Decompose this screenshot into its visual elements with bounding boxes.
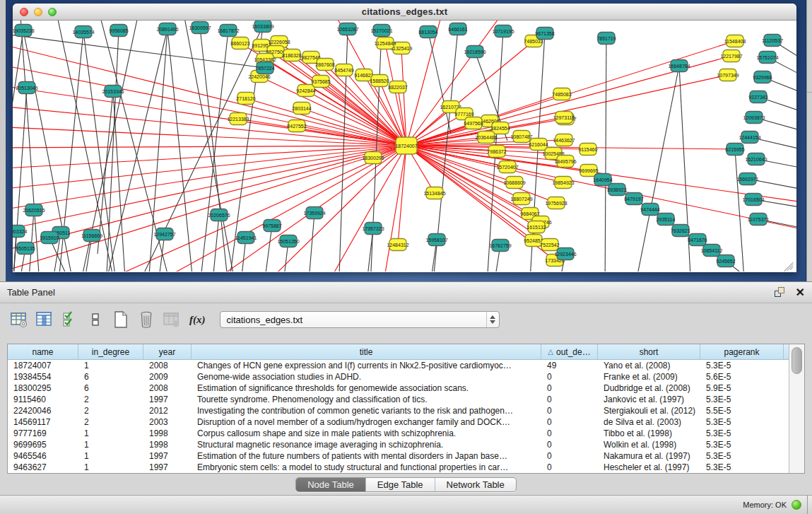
table-cell[interactable]: 1 (78, 450, 143, 462)
graph-node[interactable]: 19854923 (552, 177, 574, 189)
table-cell[interactable]: 18724007 (8, 360, 78, 371)
graph-node[interactable]: 11451941 (235, 232, 257, 244)
graph-node[interactable]: 18300295 (362, 152, 384, 164)
column-header-out_de[interactable]: △out_de… (541, 344, 598, 359)
graph-node[interactable]: 10653287 (336, 23, 358, 35)
graph-node[interactable]: 1588520 (370, 75, 389, 87)
table-cell[interactable]: 19384554 (8, 371, 78, 382)
table-cell[interactable]: 1 (78, 462, 143, 473)
table-cell[interactable]: 0 (541, 462, 598, 473)
graph-node[interactable]: 15751074 (756, 52, 778, 64)
table-row[interactable]: 1938455462009Genome-wide association stu… (8, 371, 789, 382)
graph-node[interactable]: 15270021 (370, 25, 392, 37)
table-cell[interactable]: 18300295 (8, 382, 78, 394)
tab-node-table[interactable]: Node Table (296, 478, 366, 491)
table-cell[interactable]: 1 (78, 428, 143, 439)
table-cell[interactable]: 5.3E-5 (700, 360, 784, 371)
function-builder-button[interactable]: f(x) (189, 314, 206, 326)
column-header-pagerank[interactable]: pagerank (700, 344, 784, 359)
graph-node[interactable]: 16817872 (217, 25, 239, 37)
memory-status-indicator[interactable] (792, 500, 801, 510)
graph-node[interactable]: 12942757 (153, 228, 175, 240)
table-cell[interactable]: 9463627 (8, 462, 78, 473)
table-cell[interactable]: Changes of HCN gene expression and I(f) … (192, 360, 541, 371)
table-cell[interactable]: 5.5E-5 (700, 405, 784, 416)
graph-node[interactable]: 12213383 (227, 113, 249, 125)
graph-node[interactable]: 7522542 (540, 239, 559, 251)
table-cell[interactable]: 0 (541, 382, 598, 394)
table-cell[interactable]: 5.3E-5 (700, 416, 784, 428)
table-cell[interactable]: Structural magnetic resonance image aver… (192, 439, 541, 450)
table-cell[interactable]: 1997 (143, 394, 192, 405)
table-cell[interactable]: Yano et al. (2008) (598, 360, 700, 371)
graph-node[interactable]: 7986372 (487, 146, 506, 158)
graph-node[interactable]: 10688609 (503, 177, 525, 189)
table-mode-button[interactable] (8, 309, 30, 330)
graph-node[interactable]: 10807487 (510, 131, 532, 143)
graph-node[interactable]: 7857224 (255, 62, 274, 74)
graph-node[interactable]: 1615132 (526, 221, 546, 233)
graph-node[interactable]: 20891406 (156, 23, 178, 35)
graph-node[interactable]: 15958107 (425, 234, 447, 246)
table-cell[interactable]: Nakamura et al. (1997) (598, 450, 700, 462)
table-row[interactable]: 946362711997Embryonic stem cells: a mode… (8, 462, 789, 473)
graph-node[interactable]: 12973115 (553, 112, 575, 124)
network-graph[interactable]: 1872400718300295886012389129541222605898… (13, 21, 796, 271)
graph-node[interactable]: 8427552 (287, 120, 306, 132)
table-cell[interactable]: 2003 (143, 416, 192, 428)
table-cell[interactable]: 0 (541, 394, 598, 405)
table-cell[interactable]: 22420046 (8, 405, 78, 416)
table-row[interactable]: 946554611997Estimation of the future num… (8, 450, 789, 462)
column-header-short[interactable]: short (598, 344, 700, 359)
graph-node[interactable]: 14463627 (553, 134, 575, 146)
graph-node[interactable]: 20153346 (102, 86, 124, 98)
graph-node[interactable]: 3915910 (40, 232, 59, 244)
graph-node[interactable]: 12444154 (739, 132, 760, 144)
table-selector-dropdown[interactable]: citations_edges.txt (220, 311, 500, 328)
graph-node[interactable]: 12093873 (743, 112, 765, 124)
graph-node[interactable]: 9975887 (262, 220, 281, 232)
graph-node[interactable]: 19756928 (545, 197, 567, 209)
graph-node[interactable]: 20513046 (16, 82, 37, 94)
graph-node[interactable]: 16648784 (668, 60, 690, 72)
graph-node[interactable]: 10797349 (717, 69, 739, 81)
graph-node[interactable]: 8186328 (282, 49, 301, 62)
graph-node[interactable]: 10654112 (701, 245, 723, 257)
table-cell[interactable]: Genome-wide association studies in ADHD. (192, 371, 541, 382)
graph-node[interactable]: 18724007 (395, 137, 417, 154)
table-cell[interactable]: Jankovic et al. (1997) (598, 394, 700, 405)
table-cell[interactable]: 1 (78, 439, 143, 450)
graph-node[interactable]: 20620515 (23, 204, 45, 216)
scrollbar-thumb[interactable] (792, 347, 802, 374)
graph-node[interactable]: 6479197 (624, 193, 643, 205)
table-cell[interactable]: 1 (78, 360, 143, 371)
graph-node[interactable]: 20364486 (475, 132, 497, 144)
table-cell[interactable]: 9465546 (8, 450, 78, 462)
graph-node[interactable]: 15720407 (496, 161, 518, 173)
table-cell[interactable]: 1997 (143, 462, 192, 473)
table-cell[interactable]: Stergiakouli et al. (2012) (598, 405, 700, 416)
table-cell[interactable]: 2 (78, 394, 143, 405)
table-cell[interactable]: Investigating the contribution of common… (192, 405, 541, 416)
table-cell[interactable]: 0 (541, 439, 598, 450)
graph-node[interactable]: 15051350 (277, 235, 299, 247)
graph-node[interactable]: 9227343 (748, 91, 767, 103)
table-row[interactable]: 1456911722003Disruption of a novel membe… (8, 416, 789, 428)
column-header-in_degree[interactable]: in_degree (78, 344, 143, 359)
table-cell[interactable]: 5.3E-5 (700, 428, 784, 439)
table-row[interactable]: 911546021997Tourette syndrome. Phenomeno… (8, 394, 789, 405)
graph-node[interactable]: 2935114 (657, 214, 676, 226)
graph-node[interactable]: 11548408 (724, 35, 746, 47)
graph-node[interactable]: 12484312 (387, 239, 408, 251)
graph-node[interactable]: 11254849 (375, 37, 396, 49)
table-cell[interactable]: 1997 (143, 450, 192, 462)
graph-node[interactable]: 18807249 (510, 193, 532, 205)
table-cell[interactable]: 2 (78, 416, 143, 428)
graph-node[interactable]: 8813054 (418, 26, 437, 38)
graph-node[interactable]: 11156869 (81, 230, 102, 242)
graph-node[interactable]: 10719195 (492, 25, 514, 37)
graph-node[interactable]: 2718120 (236, 93, 255, 105)
graph-node[interactable]: 9956085 (109, 25, 128, 37)
table-cell[interactable]: Estimation of significance thresholds fo… (192, 382, 541, 394)
table-cell[interactable]: 5.6E-5 (700, 371, 784, 382)
